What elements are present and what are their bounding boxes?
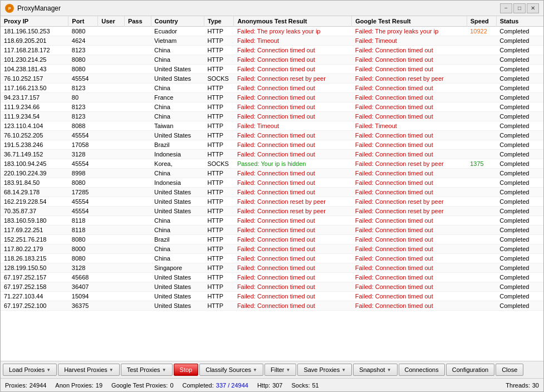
- table-row[interactable]: 117.80.22.1798000ChinaHTTPFailed: Connec…: [1, 244, 543, 254]
- table-row[interactable]: 101.230.214.258080ChinaHTTPFailed: Conne…: [1, 55, 543, 65]
- table-cell: 1375: [467, 159, 496, 169]
- col-pass[interactable]: Pass: [124, 16, 151, 27]
- table-row[interactable]: 123.110.4.1048088TaiwanHTTPFailed: Timeo…: [1, 121, 543, 131]
- table-row[interactable]: 67.197.252.15745668United StatesHTTPFail…: [1, 273, 543, 282]
- table-row[interactable]: 118.26.183.2158080ChinaHTTPFailed: Conne…: [1, 254, 543, 263]
- col-proxy-ip[interactable]: Proxy IP: [1, 16, 68, 27]
- table-row[interactable]: 68.14.29.17817285United StatesHTTPFailed…: [1, 188, 543, 197]
- save-proxies-button[interactable]: Save Proxies ▼: [297, 364, 352, 376]
- stop-button[interactable]: Stop: [174, 364, 199, 376]
- col-country[interactable]: Country: [151, 16, 204, 27]
- table-row[interactable]: 67.197.252.10036375United StatesHTTPFail…: [1, 301, 543, 311]
- table-cell: 68.14.29.178: [1, 188, 68, 197]
- table-row[interactable]: 76.10.252.15745554United StatesSOCKSFail…: [1, 74, 543, 84]
- table-cell: 4624: [68, 36, 98, 46]
- minimize-button[interactable]: −: [500, 3, 512, 13]
- close-button[interactable]: Close: [496, 364, 523, 376]
- table-cell: Completed: [496, 93, 543, 102]
- harvest-proxies-button[interactable]: Harvest Proxies ▼: [58, 364, 120, 376]
- snapshot-button[interactable]: Snapshot ▼: [353, 364, 397, 376]
- maximize-button[interactable]: □: [513, 3, 526, 13]
- col-google-test[interactable]: Google Test Result: [352, 16, 467, 27]
- table-cell: Indonesia: [151, 178, 204, 188]
- table-row[interactable]: 111.9.234.548123ChinaHTTPFailed: Connect…: [1, 112, 543, 121]
- col-status[interactable]: Status: [496, 16, 543, 27]
- load-proxies-button[interactable]: Load Proxies ▼: [3, 364, 57, 376]
- proxy-table-container[interactable]: Proxy IP Port User Pass Country Type Ano…: [1, 16, 543, 361]
- table-row[interactable]: 117.166.213.508123ChinaHTTPFailed: Conne…: [1, 84, 543, 93]
- table-cell: [98, 178, 125, 188]
- filter-button[interactable]: Filter ▼: [264, 364, 296, 376]
- table-cell: 8080: [68, 55, 98, 65]
- table-cell: HTTP: [204, 263, 234, 273]
- table-cell: 183.91.84.50: [1, 178, 68, 188]
- table-cell: Korea,: [151, 159, 204, 169]
- table-cell: Completed: [496, 301, 543, 311]
- connections-button[interactable]: Connections: [399, 364, 445, 376]
- table-cell: 67.197.252.100: [1, 301, 68, 311]
- table-cell: [124, 235, 151, 244]
- table-cell: [467, 169, 496, 178]
- table-row[interactable]: 118.69.205.2014624VietnamHTTPFailed: Tim…: [1, 36, 543, 46]
- test-proxies-button[interactable]: Test Proxies ▼: [121, 364, 173, 376]
- table-row[interactable]: 128.199.150.503128SingaporeHTTPFailed: C…: [1, 263, 543, 273]
- table-cell: United States: [151, 131, 204, 140]
- table-cell: [124, 150, 151, 159]
- table-row[interactable]: 70.35.87.3745554United StatesHTTPFailed:…: [1, 207, 543, 216]
- table-cell: HTTP: [204, 197, 234, 207]
- table-cell: HTTP: [204, 112, 234, 121]
- table-cell: 67.197.252.158: [1, 282, 68, 292]
- table-cell: 123.110.4.104: [1, 121, 68, 131]
- table-cell: HTTP: [204, 65, 234, 74]
- table-row[interactable]: 117.168.218.1728123ChinaHTTPFailed: Conn…: [1, 46, 543, 55]
- table-row[interactable]: 71.227.103.4415094United StatesHTTPFaile…: [1, 292, 543, 301]
- table-row[interactable]: 117.69.22.2518118ChinaHTTPFailed: Connec…: [1, 226, 543, 235]
- table-cell: Failed: Connection timed out: [234, 93, 352, 102]
- table-row[interactable]: 183.91.84.508080IndonesiaHTTPFailed: Con…: [1, 178, 543, 188]
- col-anon-test[interactable]: Anonymous Test Result: [234, 16, 352, 27]
- table-cell: SOCKS: [204, 74, 234, 84]
- table-row[interactable]: 191.5.238.24617058BrazilHTTPFailed: Conn…: [1, 140, 543, 150]
- table-cell: [467, 235, 496, 244]
- table-row[interactable]: 183.100.94.24545554Korea,SOCKSPassed: Yo…: [1, 159, 543, 169]
- table-cell: Completed: [496, 226, 543, 235]
- table-cell: Failed: Connection reset by peer: [352, 74, 467, 84]
- table-row[interactable]: 36.71.149.1523128IndonesiaHTTPFailed: Co…: [1, 150, 543, 159]
- table-cell: [467, 36, 496, 46]
- table-cell: [467, 216, 496, 226]
- configuration-button[interactable]: Configuration: [446, 364, 494, 376]
- table-cell: Indonesia: [151, 150, 204, 159]
- table-cell: Failed: Connection timed out: [234, 226, 352, 235]
- col-port[interactable]: Port: [68, 16, 98, 27]
- table-row[interactable]: 183.160.59.1808118ChinaHTTPFailed: Conne…: [1, 216, 543, 226]
- table-cell: 94.23.17.157: [1, 93, 68, 102]
- col-type[interactable]: Type: [204, 16, 234, 27]
- table-cell: [467, 46, 496, 55]
- col-speed[interactable]: Speed: [467, 16, 496, 27]
- table-row[interactable]: 111.9.234.668123ChinaHTTPFailed: Connect…: [1, 102, 543, 112]
- table-row[interactable]: 104.238.181.438080United StatesHTTPFaile…: [1, 65, 543, 74]
- classify-sources-button[interactable]: Classify Sources ▼: [199, 364, 263, 376]
- classify-sources-arrow-icon: ▼: [253, 367, 257, 373]
- col-user[interactable]: User: [98, 16, 125, 27]
- table-cell: China: [151, 46, 204, 55]
- table-cell: [467, 197, 496, 207]
- table-cell: Singapore: [151, 263, 204, 273]
- table-row[interactable]: 152.251.76.2188080BrazilHTTPFailed: Conn…: [1, 235, 543, 244]
- table-row[interactable]: 162.219.228.5445554United StatesHTTPFail…: [1, 197, 543, 207]
- table-cell: [98, 207, 125, 216]
- table-cell: HTTP: [204, 226, 234, 235]
- table-row[interactable]: 220.190.224.398998ChinaHTTPFailed: Conne…: [1, 169, 543, 178]
- table-row[interactable]: 76.10.252.20545554United StatesHTTPFaile…: [1, 131, 543, 140]
- table-cell: 8123: [68, 46, 98, 55]
- table-cell: Failed: Connection reset by peer: [234, 207, 352, 216]
- table-row[interactable]: 181.196.150.2538080EcuadorHTTPFailed: Th…: [1, 27, 543, 36]
- table-cell: Failed: Connection reset by peer: [234, 74, 352, 84]
- table-cell: [124, 244, 151, 254]
- table-cell: [124, 140, 151, 150]
- completed-count: Completed: 337 / 24944: [183, 382, 248, 389]
- window-close-button[interactable]: ✕: [527, 3, 539, 13]
- table-row[interactable]: 94.23.17.15780FranceHTTPFailed: Connecti…: [1, 93, 543, 102]
- table-cell: Completed: [496, 169, 543, 178]
- table-row[interactable]: 67.197.252.15836407United StatesHTTPFail…: [1, 282, 543, 292]
